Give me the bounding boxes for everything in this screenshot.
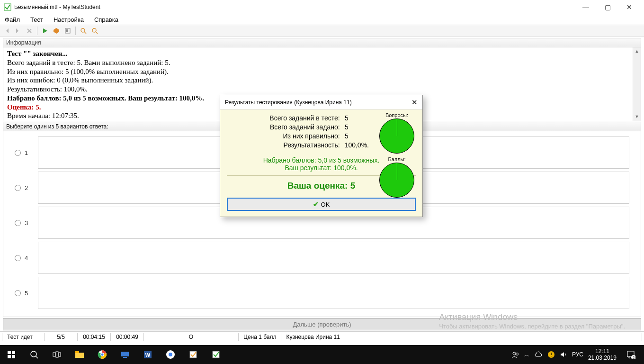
answer-box[interactable] [38, 242, 629, 274]
svg-rect-10 [8, 355, 11, 358]
ok-label: OK [321, 201, 330, 208]
stat-value: 5 [345, 132, 369, 140]
svg-rect-11 [12, 355, 15, 358]
mytest-editor-icon[interactable] [182, 345, 205, 364]
taskbar: W ︿ РУС 12:11 21.03.2019 2 [0, 345, 644, 364]
svg-point-27 [169, 353, 172, 356]
start-button[interactable] [0, 345, 23, 364]
svg-point-6 [92, 28, 96, 32]
svg-point-31 [516, 353, 518, 355]
svg-rect-15 [56, 352, 58, 357]
svg-text:W: W [145, 352, 151, 358]
minimize-button[interactable]: — [575, 0, 597, 14]
info-line-test-done: Тест "" закончен... [7, 49, 637, 58]
toolbar-play-icon[interactable] [40, 26, 50, 36]
menu-file[interactable]: Файл [3, 15, 22, 24]
svg-rect-18 [75, 351, 79, 353]
answer-radio-4[interactable] [15, 255, 21, 261]
check-icon: ✔ [313, 200, 319, 208]
toolbar-prev-icon[interactable] [2, 26, 11, 36]
stat-value: 5 [345, 123, 369, 131]
maximize-button[interactable]: ▢ [597, 0, 618, 14]
answer-number: 1 [25, 149, 30, 156]
answer-number: 5 [25, 290, 30, 297]
menu-test[interactable]: Тест [28, 15, 45, 24]
tray-language[interactable]: РУС [572, 351, 583, 358]
toolbar-stop-icon[interactable] [52, 26, 61, 36]
tray-volume-icon[interactable] [560, 351, 567, 358]
svg-rect-16 [59, 353, 61, 356]
info-line-total: Всего заданий в тесте: 5. Вами выполнено… [7, 58, 637, 67]
system-tray: ︿ РУС 12:11 21.03.2019 2 [511, 345, 644, 364]
svg-line-13 [36, 356, 38, 358]
svg-line-7 [96, 32, 98, 34]
stat-value: 100,0%. [345, 141, 369, 149]
dialog-close-button[interactable]: ✕ [411, 98, 418, 107]
toolbar-report-icon[interactable] [63, 26, 72, 36]
scroll-up-icon[interactable]: ▲ [633, 47, 641, 55]
chrome-icon[interactable] [91, 345, 114, 364]
points-pie-chart [379, 163, 414, 198]
info-scrollbar[interactable]: ▲ ▼ [633, 47, 641, 121]
answer-radio-1[interactable] [15, 150, 21, 156]
answer-radio-5[interactable] [15, 290, 21, 296]
svg-point-21 [101, 353, 104, 356]
search-icon[interactable] [23, 345, 45, 364]
app-icon [4, 3, 11, 11]
svg-text:2: 2 [633, 355, 635, 359]
svg-marker-1 [54, 28, 59, 34]
toolbar-zoom-in-icon[interactable] [79, 26, 88, 36]
svg-line-5 [84, 32, 86, 34]
dialog-titlebar: Результаты тестирования (Кузнецова Ирина… [220, 95, 422, 109]
stat-label: Всего заданий задано: [227, 123, 340, 131]
answer-box[interactable] [38, 277, 629, 309]
next-button[interactable]: Дальше (проверить) [3, 318, 641, 330]
tray-cloud-icon[interactable] [534, 351, 543, 358]
toolbar [0, 25, 644, 37]
tray-clock[interactable]: 12:11 21.03.2019 [588, 348, 617, 362]
stat-value: 5 [345, 114, 369, 122]
status-progress: 5/5 [45, 333, 78, 341]
tray-chevron-up-icon[interactable]: ︿ [524, 351, 529, 358]
info-line-correct: Из них правильно: 5 (100,0% выполненных … [7, 67, 637, 76]
task-view-icon[interactable] [45, 345, 68, 364]
svg-point-30 [513, 352, 516, 355]
menu-bar: Файл Тест Настройка Справка [0, 14, 644, 25]
mytest-student-icon[interactable] [205, 345, 227, 364]
results-dialog: Результаты тестирования (Кузнецова Ирина… [220, 95, 423, 217]
word-icon[interactable]: W [136, 345, 159, 364]
file-explorer-icon[interactable] [68, 345, 91, 364]
info-panel-header: Информация [3, 38, 641, 47]
toolbar-next-icon[interactable] [13, 26, 23, 36]
info-line-errors: Из них ошибок: 0 (0,0% выполненных задан… [7, 76, 637, 85]
status-student: Кузнецова Ирина 11 [281, 333, 642, 341]
toolbar-cancel-icon[interactable] [25, 26, 34, 36]
notifications-icon[interactable]: 2 [621, 345, 640, 364]
answer-radio-2[interactable] [15, 185, 21, 191]
svg-rect-3 [66, 29, 68, 32]
toolbar-zoom-out-icon[interactable] [90, 26, 99, 36]
window-title: Безымянный.mtf - MyTestStudent [14, 4, 100, 10]
answer-radio-3[interactable] [15, 220, 21, 226]
svg-rect-14 [53, 353, 55, 356]
svg-rect-17 [75, 353, 84, 358]
taskbar-app-icon[interactable] [114, 345, 136, 364]
menu-help[interactable]: Справка [92, 15, 120, 24]
answer-number: 3 [25, 219, 30, 227]
close-window-button[interactable]: ✕ [618, 0, 640, 14]
status-elapsed: 00:04:15 [78, 333, 111, 341]
stat-label: Всего заданий в тесте: [227, 114, 340, 122]
scroll-down-icon[interactable]: ▼ [633, 113, 641, 121]
stat-label: Результативность: [227, 141, 340, 149]
questions-chart-label: Вопросы: [378, 112, 416, 118]
svg-rect-23 [123, 357, 127, 358]
answer-number: 2 [25, 184, 30, 191]
svg-point-4 [81, 28, 85, 32]
people-icon[interactable] [511, 350, 519, 359]
dialog-charts: Вопросы: Баллы: [378, 112, 416, 200]
status-state: Тест идет [2, 333, 45, 341]
menu-settings[interactable]: Настройка [52, 15, 86, 24]
taskbar-app-icon[interactable] [159, 345, 182, 364]
tray-shield-icon[interactable] [547, 351, 555, 358]
status-task-time: 00:00:49 [111, 333, 144, 341]
